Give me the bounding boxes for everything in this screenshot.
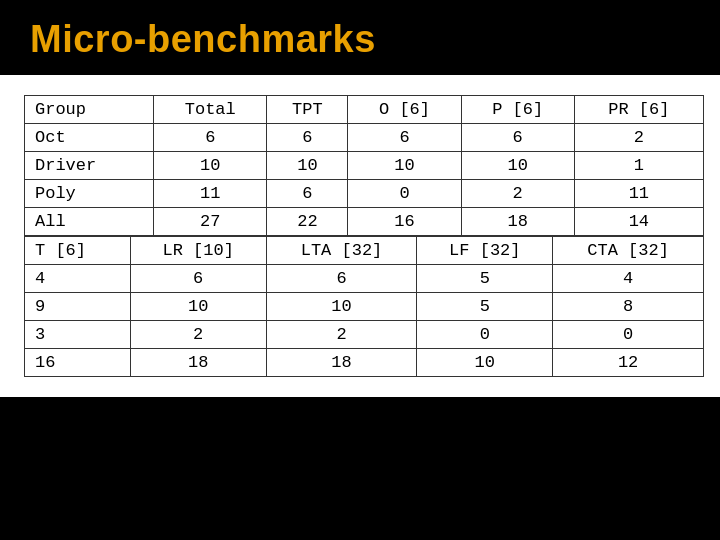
bottom-table: T [6] LR [10] LTA [32] LF [32] CTA [32] … xyxy=(24,236,704,377)
header: Micro-benchmarks xyxy=(0,0,720,75)
top-cell-0-1: 6 xyxy=(154,124,267,152)
bot-cell-2-2: 2 xyxy=(266,321,417,349)
bot-cell-0-0: 4 xyxy=(25,265,131,293)
bot-col-header-1: LR [10] xyxy=(130,237,266,265)
top-cell-2-4: 2 xyxy=(461,180,574,208)
bot-col-header-0: T [6] xyxy=(25,237,131,265)
page-title: Micro-benchmarks xyxy=(30,18,690,61)
bot-col-header-2: LTA [32] xyxy=(266,237,417,265)
table-row: 46654 xyxy=(25,265,704,293)
bot-cell-1-4: 8 xyxy=(553,293,704,321)
bot-cell-1-1: 10 xyxy=(130,293,266,321)
top-cell-2-0: Poly xyxy=(25,180,154,208)
top-cell-3-4: 18 xyxy=(461,208,574,236)
top-cell-3-5: 14 xyxy=(574,208,703,236)
table-row: Driver101010101 xyxy=(25,152,704,180)
bot-col-header-4: CTA [32] xyxy=(553,237,704,265)
bottom-table-header-row: T [6] LR [10] LTA [32] LF [32] CTA [32] xyxy=(25,237,704,265)
table-row: 1618181012 xyxy=(25,349,704,377)
bot-col-header-3: LF [32] xyxy=(417,237,553,265)
bot-cell-3-2: 18 xyxy=(266,349,417,377)
top-col-header-3: O [6] xyxy=(348,96,461,124)
table-row: Poly1160211 xyxy=(25,180,704,208)
bot-cell-3-0: 16 xyxy=(25,349,131,377)
top-cell-3-3: 16 xyxy=(348,208,461,236)
top-cell-0-4: 6 xyxy=(461,124,574,152)
table-row: All2722161814 xyxy=(25,208,704,236)
table-row: 9101058 xyxy=(25,293,704,321)
top-cell-2-3: 0 xyxy=(348,180,461,208)
top-cell-3-1: 27 xyxy=(154,208,267,236)
top-cell-1-1: 10 xyxy=(154,152,267,180)
top-cell-2-5: 11 xyxy=(574,180,703,208)
bot-cell-3-3: 10 xyxy=(417,349,553,377)
top-table: Group Total TPT O [6] P [6] PR [6] Oct66… xyxy=(24,95,704,236)
top-cell-1-0: Driver xyxy=(25,152,154,180)
top-cell-3-2: 22 xyxy=(267,208,348,236)
bot-cell-0-3: 5 xyxy=(417,265,553,293)
top-cell-2-1: 11 xyxy=(154,180,267,208)
top-cell-0-3: 6 xyxy=(348,124,461,152)
table-row: Oct66662 xyxy=(25,124,704,152)
top-cell-0-0: Oct xyxy=(25,124,154,152)
top-cell-0-5: 2 xyxy=(574,124,703,152)
top-col-header-1: Total xyxy=(154,96,267,124)
top-cell-2-2: 6 xyxy=(267,180,348,208)
content-area: Group Total TPT O [6] P [6] PR [6] Oct66… xyxy=(0,75,720,397)
bot-cell-1-0: 9 xyxy=(25,293,131,321)
bottom-table-body: 466549101058322001618181012 xyxy=(25,265,704,377)
bot-cell-2-3: 0 xyxy=(417,321,553,349)
top-cell-1-3: 10 xyxy=(348,152,461,180)
top-cell-1-4: 10 xyxy=(461,152,574,180)
top-col-header-5: PR [6] xyxy=(574,96,703,124)
top-col-header-4: P [6] xyxy=(461,96,574,124)
bot-cell-0-4: 4 xyxy=(553,265,704,293)
bot-cell-3-4: 12 xyxy=(553,349,704,377)
bot-cell-3-1: 18 xyxy=(130,349,266,377)
top-cell-0-2: 6 xyxy=(267,124,348,152)
bot-cell-1-2: 10 xyxy=(266,293,417,321)
bot-cell-2-0: 3 xyxy=(25,321,131,349)
top-cell-1-5: 1 xyxy=(574,152,703,180)
bot-cell-1-3: 5 xyxy=(417,293,553,321)
top-cell-3-0: All xyxy=(25,208,154,236)
top-table-header-row: Group Total TPT O [6] P [6] PR [6] xyxy=(25,96,704,124)
bot-cell-2-1: 2 xyxy=(130,321,266,349)
table-row: 32200 xyxy=(25,321,704,349)
bot-cell-0-1: 6 xyxy=(130,265,266,293)
top-col-header-2: TPT xyxy=(267,96,348,124)
top-cell-1-2: 10 xyxy=(267,152,348,180)
bot-cell-2-4: 0 xyxy=(553,321,704,349)
top-table-body: Oct66662Driver101010101Poly1160211All272… xyxy=(25,124,704,236)
top-col-header-0: Group xyxy=(25,96,154,124)
bot-cell-0-2: 6 xyxy=(266,265,417,293)
